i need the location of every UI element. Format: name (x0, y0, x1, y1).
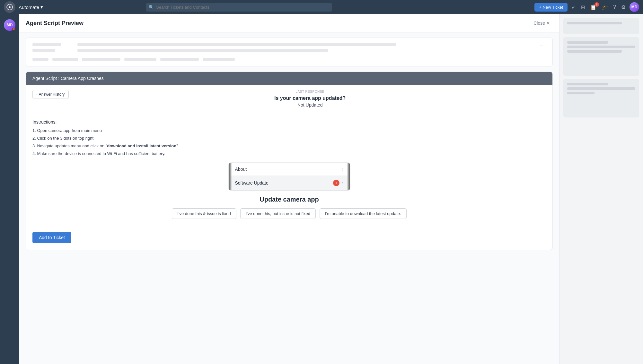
agent-script-section: Agent Script : Camera App Crashes ‹ Answ… (26, 72, 553, 250)
step-title: Update camera app (32, 196, 546, 203)
online-status-dot (12, 28, 15, 30)
panels-icon-button[interactable]: ⊞ (579, 3, 586, 12)
skeleton-card-1: ··· (26, 38, 553, 66)
right-card-3 (563, 79, 639, 117)
skeleton-line (567, 22, 622, 24)
skeleton-line (32, 43, 61, 46)
instructions-area: Instructions: 1. Open camera app from ma… (26, 113, 552, 232)
phone-menu-software-update: Software Update 1 › (229, 176, 350, 190)
app-logo (4, 1, 15, 13)
skeleton-tag (52, 58, 78, 61)
skeleton-tag (82, 58, 120, 61)
last-response-content: LAST RESPONSE Is your camera app updated… (74, 90, 546, 108)
new-ticket-button[interactable]: + New Ticket (534, 3, 568, 12)
right-card-2 (563, 37, 639, 76)
phone-screen: About › Software Update 1 › (229, 163, 350, 190)
search-container: 🔍 (146, 3, 332, 12)
panel-header: Agent Script Preview Close ✕ (19, 14, 559, 32)
answer-button-1[interactable]: I've done this & issue is fixed (172, 208, 236, 219)
close-icon: ✕ (546, 21, 550, 26)
settings-icon-button[interactable]: ⚙ (620, 3, 627, 12)
skeleton-tag (32, 58, 48, 61)
skeleton-line (77, 49, 328, 52)
phone-menu-about: About › (229, 163, 350, 176)
check-icon-button[interactable]: ✓ (570, 3, 577, 12)
add-to-ticket-button[interactable]: Add to Ticket (32, 232, 71, 243)
list-item: 3. Navigate updates menu and click on "d… (32, 143, 546, 150)
nav-actions: + New Ticket ✓ ⊞ 📋 5 🎓 ? ⚙ MD (534, 2, 639, 12)
chevron-right-icon: › (342, 180, 344, 186)
skeleton-line (567, 92, 595, 94)
last-response-question: Is your camera app updated? (74, 95, 546, 101)
skeleton-tag (160, 58, 199, 61)
right-sidebar (559, 14, 643, 364)
graduation-icon-button[interactable]: 🎓 (600, 3, 609, 12)
skeleton-line (77, 43, 396, 46)
skeleton-line (567, 41, 608, 44)
content-area: Agent Script Preview Close ✕ (19, 14, 643, 364)
close-button[interactable]: Close ✕ (531, 19, 553, 27)
skeleton-row (32, 58, 546, 61)
phone-screenshot: About › Software Update 1 › (228, 162, 350, 191)
app-name: Automate ▾ (19, 4, 43, 10)
left-sidebar: MD (0, 14, 19, 364)
search-input[interactable] (146, 3, 332, 12)
user-avatar[interactable]: MD (630, 2, 639, 12)
page-title: Agent Script Preview (26, 20, 84, 27)
main-layout: MD Agent Script Preview Close ✕ (0, 14, 643, 364)
skeleton-tag (203, 58, 235, 61)
app-dropdown-icon: ▾ (40, 4, 43, 10)
answer-history-button[interactable]: ‹ Answer History (32, 90, 69, 99)
instructions-title: Instructions: (32, 119, 546, 125)
skeleton-line (567, 50, 622, 53)
answer-button-3[interactable]: I'm unable to download the latest update… (320, 208, 407, 219)
skeleton-line (567, 83, 608, 85)
list-item: 2. Click on the 3 dots on top right (32, 135, 546, 142)
script-header: Agent Script : Camera App Crashes (26, 72, 552, 85)
main-panel: Agent Script Preview Close ✕ (19, 14, 559, 364)
skeleton-line (567, 46, 635, 48)
skeleton-tag (124, 58, 156, 61)
right-card-1 (563, 18, 639, 34)
phone-menu-right: 1 › (333, 180, 344, 186)
ticket-badge: 5 (595, 2, 599, 7)
update-badge: 1 (333, 180, 339, 186)
help-icon-button[interactable]: ? (612, 3, 617, 11)
last-response-label: LAST RESPONSE (74, 90, 546, 93)
search-icon: 🔍 (149, 5, 154, 10)
top-navigation: Automate ▾ 🔍 + New Ticket ✓ ⊞ 📋 5 🎓 ? ⚙ … (0, 0, 643, 14)
answer-button-2[interactable]: I've done this, but issue is not fixed (240, 208, 316, 219)
instructions-list: 1. Open camera app from main menu 2. Cli… (32, 127, 546, 157)
skeleton-line (567, 87, 635, 90)
list-item: 4. Make sure the device is connected to … (32, 150, 546, 157)
tickets-icon-button[interactable]: 📋 5 (589, 3, 598, 12)
skeleton-line (32, 49, 55, 52)
list-item: 1. Open camera app from main menu (32, 127, 546, 134)
last-response-answer: Not Updated (74, 102, 546, 108)
answer-buttons-group: I've done this & issue is fixed I've don… (32, 208, 546, 219)
panel-body: ··· (19, 32, 559, 364)
chevron-right-icon: › (342, 167, 344, 172)
sidebar-avatar: MD (4, 19, 15, 31)
last-response-area: ‹ Answer History LAST RESPONSE Is your c… (26, 85, 552, 113)
